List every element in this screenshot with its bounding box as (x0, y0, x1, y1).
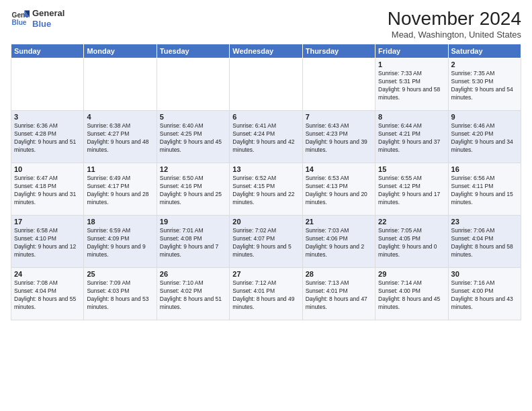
day-detail: Sunrise: 7:13 AMSunset: 4:01 PMDaylight:… (306, 279, 372, 312)
day-detail: Sunrise: 7:09 AMSunset: 4:03 PMDaylight:… (87, 279, 153, 312)
day-detail: Sunrise: 6:58 AMSunset: 4:10 PMDaylight:… (14, 227, 81, 259)
day-number: 2 (451, 60, 518, 68)
day-detail: Sunrise: 6:36 AMSunset: 4:28 PMDaylight:… (14, 122, 81, 154)
calendar-table: Sunday Monday Tuesday Wednesday Thursday… (11, 44, 521, 320)
cell-w5-d4: 28Sunrise: 7:13 AMSunset: 4:01 PMDayligh… (302, 268, 375, 320)
cell-w1-d1 (84, 58, 157, 111)
logo-text-blue: Blue (32, 19, 64, 30)
cell-w3-d3: 13Sunrise: 6:52 AMSunset: 4:15 PMDayligh… (230, 163, 302, 216)
day-detail: Sunrise: 6:38 AMSunset: 4:27 PMDaylight:… (87, 122, 153, 154)
day-number: 26 (160, 270, 226, 278)
header-monday: Monday (84, 44, 157, 58)
cell-w5-d0: 24Sunrise: 7:08 AMSunset: 4:04 PMDayligh… (11, 268, 84, 320)
cell-w2-d0: 3Sunrise: 6:36 AMSunset: 4:28 PMDaylight… (11, 111, 84, 163)
day-detail: Sunrise: 6:53 AMSunset: 4:13 PMDaylight:… (306, 175, 372, 207)
day-number: 7 (306, 113, 372, 121)
header-thursday: Thursday (302, 44, 375, 58)
day-detail: Sunrise: 7:16 AMSunset: 4:00 PMDaylight:… (451, 279, 518, 312)
day-detail: Sunrise: 6:49 AMSunset: 4:17 PMDaylight:… (87, 175, 153, 207)
day-number: 3 (14, 113, 81, 121)
day-number: 25 (87, 270, 153, 278)
day-detail: Sunrise: 6:47 AMSunset: 4:18 PMDaylight:… (14, 175, 81, 207)
cell-w4-d0: 17Sunrise: 6:58 AMSunset: 4:10 PMDayligh… (11, 216, 84, 268)
page: General Blue General Blue November 2024 … (0, 0, 532, 411)
cell-w5-d1: 25Sunrise: 7:09 AMSunset: 4:03 PMDayligh… (84, 268, 157, 320)
day-number: 11 (87, 165, 153, 173)
day-number: 13 (232, 165, 299, 173)
day-number: 29 (378, 270, 445, 278)
day-number: 12 (160, 165, 226, 173)
cell-w5-d5: 29Sunrise: 7:14 AMSunset: 4:00 PMDayligh… (375, 268, 448, 320)
day-detail: Sunrise: 6:52 AMSunset: 4:15 PMDaylight:… (232, 175, 299, 207)
day-detail: Sunrise: 6:46 AMSunset: 4:20 PMDaylight:… (451, 122, 518, 154)
day-number: 15 (378, 165, 445, 173)
cell-w5-d2: 26Sunrise: 7:10 AMSunset: 4:02 PMDayligh… (157, 268, 229, 320)
subtitle: Mead, Washington, United States (388, 30, 521, 40)
day-number: 17 (14, 218, 81, 226)
logo: General Blue General Blue (11, 8, 64, 29)
day-number: 18 (87, 218, 153, 226)
day-detail: Sunrise: 7:14 AMSunset: 4:00 PMDaylight:… (378, 279, 445, 312)
day-number: 8 (378, 113, 445, 121)
cell-w1-d3 (230, 58, 302, 111)
cell-w2-d5: 8Sunrise: 6:44 AMSunset: 4:21 PMDaylight… (375, 111, 448, 163)
cell-w2-d4: 7Sunrise: 6:43 AMSunset: 4:23 PMDaylight… (302, 111, 375, 163)
cell-w3-d5: 15Sunrise: 6:55 AMSunset: 4:12 PMDayligh… (375, 163, 448, 216)
cell-w4-d1: 18Sunrise: 6:59 AMSunset: 4:09 PMDayligh… (84, 216, 157, 268)
cell-w4-d4: 21Sunrise: 7:03 AMSunset: 4:06 PMDayligh… (302, 216, 375, 268)
cell-w1-d5: 1Sunrise: 7:33 AMSunset: 5:31 PMDaylight… (375, 58, 448, 111)
cell-w5-d6: 30Sunrise: 7:16 AMSunset: 4:00 PMDayligh… (448, 268, 521, 320)
day-detail: Sunrise: 7:02 AMSunset: 4:07 PMDaylight:… (232, 227, 299, 259)
day-number: 30 (451, 270, 518, 278)
svg-text:Blue: Blue (12, 19, 27, 26)
day-number: 24 (14, 270, 81, 278)
day-number: 16 (451, 165, 518, 173)
day-number: 27 (232, 270, 299, 278)
header-tuesday: Tuesday (157, 44, 229, 58)
day-detail: Sunrise: 7:03 AMSunset: 4:06 PMDaylight:… (306, 227, 372, 259)
week-row-1: 1Sunrise: 7:33 AMSunset: 5:31 PMDaylight… (11, 58, 521, 111)
header-friday: Friday (375, 44, 448, 58)
day-detail: Sunrise: 6:41 AMSunset: 4:24 PMDaylight:… (232, 122, 299, 154)
cell-w4-d3: 20Sunrise: 7:02 AMSunset: 4:07 PMDayligh… (230, 216, 302, 268)
day-number: 22 (378, 218, 445, 226)
cell-w4-d2: 19Sunrise: 7:01 AMSunset: 4:08 PMDayligh… (157, 216, 229, 268)
day-detail: Sunrise: 7:33 AMSunset: 5:31 PMDaylight:… (378, 70, 445, 102)
header: General Blue General Blue November 2024 … (11, 8, 521, 40)
day-detail: Sunrise: 7:08 AMSunset: 4:04 PMDaylight:… (14, 279, 81, 312)
day-number: 5 (160, 113, 226, 121)
cell-w2-d6: 9Sunrise: 6:46 AMSunset: 4:20 PMDaylight… (448, 111, 521, 163)
cell-w2-d1: 4Sunrise: 6:38 AMSunset: 4:27 PMDaylight… (84, 111, 157, 163)
day-detail: Sunrise: 7:01 AMSunset: 4:08 PMDaylight:… (160, 227, 226, 259)
cell-w2-d3: 6Sunrise: 6:41 AMSunset: 4:24 PMDaylight… (230, 111, 302, 163)
cell-w1-d4 (302, 58, 375, 111)
cell-w3-d4: 14Sunrise: 6:53 AMSunset: 4:13 PMDayligh… (302, 163, 375, 216)
day-number: 20 (232, 218, 299, 226)
cell-w4-d5: 22Sunrise: 7:05 AMSunset: 4:05 PMDayligh… (375, 216, 448, 268)
day-number: 10 (14, 165, 81, 173)
day-detail: Sunrise: 7:12 AMSunset: 4:01 PMDaylight:… (232, 279, 299, 312)
title-block: November 2024 Mead, Washington, United S… (388, 8, 521, 40)
day-detail: Sunrise: 6:59 AMSunset: 4:09 PMDaylight:… (87, 227, 153, 259)
day-detail: Sunrise: 6:50 AMSunset: 4:16 PMDaylight:… (160, 175, 226, 207)
day-number: 19 (160, 218, 226, 226)
header-sunday: Sunday (11, 44, 84, 58)
cell-w3-d2: 12Sunrise: 6:50 AMSunset: 4:16 PMDayligh… (157, 163, 229, 216)
day-number: 1 (378, 60, 445, 68)
day-number: 4 (87, 113, 153, 121)
week-row-4: 17Sunrise: 6:58 AMSunset: 4:10 PMDayligh… (11, 216, 521, 268)
day-detail: Sunrise: 7:06 AMSunset: 4:04 PMDaylight:… (451, 227, 518, 259)
cell-w1-d6: 2Sunrise: 7:35 AMSunset: 5:30 PMDaylight… (448, 58, 521, 111)
week-row-2: 3Sunrise: 6:36 AMSunset: 4:28 PMDaylight… (11, 111, 521, 163)
week-row-3: 10Sunrise: 6:47 AMSunset: 4:18 PMDayligh… (11, 163, 521, 216)
day-number: 14 (306, 165, 372, 173)
main-title: November 2024 (388, 8, 521, 30)
logo-text-general: General (32, 8, 64, 19)
cell-w5-d3: 27Sunrise: 7:12 AMSunset: 4:01 PMDayligh… (230, 268, 302, 320)
day-detail: Sunrise: 6:55 AMSunset: 4:12 PMDaylight:… (378, 175, 445, 207)
cell-w1-d0 (11, 58, 84, 111)
day-detail: Sunrise: 7:05 AMSunset: 4:05 PMDaylight:… (378, 227, 445, 259)
day-number: 21 (306, 218, 372, 226)
cell-w4-d6: 23Sunrise: 7:06 AMSunset: 4:04 PMDayligh… (448, 216, 521, 268)
day-detail: Sunrise: 6:44 AMSunset: 4:21 PMDaylight:… (378, 122, 445, 154)
